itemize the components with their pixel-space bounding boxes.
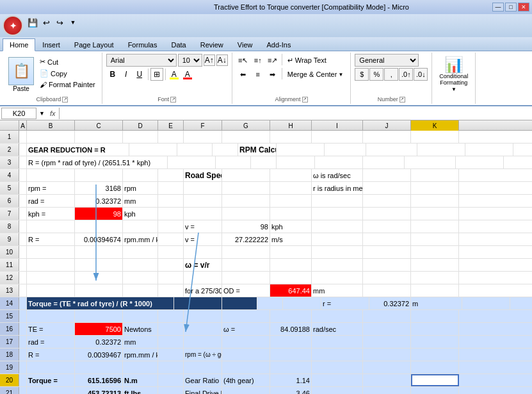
tab-insert[interactable]: Insert [35, 38, 67, 51]
cell-i8[interactable] [312, 220, 363, 233]
col-header-f[interactable]: F [184, 120, 222, 131]
cell-d16[interactable]: Newtons [123, 323, 158, 335]
cell-a7[interactable] [19, 208, 27, 220]
cell-a10[interactable] [19, 246, 27, 258]
cell-g10[interactable] [222, 246, 270, 258]
cell-d2[interactable] [177, 144, 213, 156]
cell-d20[interactable]: N.m [123, 374, 158, 386]
cell-i20[interactable] [312, 374, 363, 386]
tab-page-layout[interactable]: Page Layout [67, 38, 121, 51]
cell-b10[interactable] [27, 246, 75, 258]
cell-c10[interactable] [75, 246, 123, 258]
cell-h12[interactable] [270, 272, 312, 284]
paste-button[interactable]: 📋 Paste [6, 55, 36, 94]
cell-k4[interactable] [411, 169, 459, 181]
cell-k12[interactable] [411, 272, 459, 284]
cell-i18[interactable] [312, 349, 363, 361]
formula-expand-btn[interactable]: ▼ [38, 110, 46, 117]
cell-e9[interactable] [158, 233, 184, 245]
cell-e5[interactable] [158, 182, 184, 194]
cell-h20[interactable]: 1.14 [270, 374, 312, 386]
cell-h4[interactable] [270, 169, 312, 181]
merge-center-btn[interactable]: Merge & Center ▼ [284, 68, 347, 81]
cell-k15[interactable] [411, 310, 459, 322]
align-left-btn[interactable]: ⬅ [236, 68, 250, 81]
cell-h8[interactable]: kph [270, 220, 312, 233]
cell-j21[interactable] [363, 387, 411, 394]
cell-a6[interactable] [19, 195, 27, 207]
align-right-btn[interactable]: ➡ [266, 68, 280, 81]
tab-view[interactable]: View [230, 38, 260, 51]
cell-a21[interactable] [19, 387, 27, 394]
cell-d8[interactable] [123, 220, 158, 233]
save-qa-btn[interactable]: 💾 [27, 17, 38, 28]
cell-j2[interactable] [417, 144, 465, 156]
fill-color-btn[interactable]: A [168, 68, 181, 81]
font-size-select[interactable]: 10 [178, 54, 202, 67]
cell-b13[interactable] [27, 284, 75, 297]
cell-e16[interactable] [158, 323, 184, 335]
cell-j17[interactable] [363, 336, 411, 348]
cell-a11[interactable] [19, 259, 27, 271]
cell-f14[interactable] [283, 297, 321, 309]
cell-c11[interactable] [75, 259, 123, 271]
cell-e14[interactable] [257, 297, 283, 309]
cell-k8[interactable] [411, 220, 459, 233]
cell-e7[interactable] [158, 208, 184, 220]
cell-j1[interactable] [363, 131, 411, 143]
cell-e2[interactable] [213, 144, 238, 156]
cell-c6[interactable]: 0.32372 [75, 195, 123, 207]
cell-d7[interactable]: kph [123, 208, 158, 220]
col-header-j[interactable]: J [363, 120, 411, 131]
number-expander[interactable]: ↗ [399, 97, 405, 103]
cell-g5[interactable] [222, 182, 270, 194]
cell-a5[interactable] [19, 182, 27, 194]
cell-j3[interactable] [456, 156, 504, 168]
cell-a18[interactable] [19, 349, 27, 361]
cell-h19[interactable] [270, 361, 312, 373]
cell-a19[interactable] [19, 361, 27, 373]
cell-b15[interactable] [27, 310, 75, 322]
cell-i12[interactable] [312, 272, 363, 284]
cell-b12[interactable] [27, 272, 75, 284]
cell-b5[interactable]: rpm = [27, 182, 75, 194]
cell-h13[interactable]: 647.44 [270, 284, 312, 297]
cell-j8[interactable] [363, 220, 411, 233]
cell-h6[interactable] [270, 195, 312, 207]
cell-b3[interactable]: R = (rpm * rad of tyre) / (2651.51 * kph… [27, 156, 168, 168]
cell-g1[interactable] [222, 131, 270, 143]
cell-h18[interactable] [270, 349, 312, 361]
cell-d1[interactable] [123, 131, 158, 143]
font-color-btn[interactable]: A [181, 68, 194, 81]
cell-b20[interactable]: Torque = [27, 374, 75, 386]
close-btn[interactable]: ✕ [518, 3, 529, 12]
cell-c4[interactable] [75, 169, 123, 181]
cell-i11[interactable] [312, 259, 363, 271]
cell-i16[interactable]: rad/sec [312, 323, 363, 335]
cell-e8[interactable] [158, 220, 184, 233]
cell-h7[interactable] [270, 208, 312, 220]
cell-d21[interactable]: ft.lbs [123, 387, 158, 394]
cell-a2[interactable] [19, 144, 27, 156]
cell-g16[interactable]: ω = [222, 323, 270, 335]
clipboard-expander[interactable]: ↗ [62, 97, 68, 103]
cell-c7[interactable]: 98 [75, 208, 123, 220]
cell-j15[interactable] [363, 310, 411, 322]
cell-h9[interactable]: m/s [270, 233, 312, 245]
bold-btn[interactable]: B [106, 68, 119, 81]
cell-c5[interactable]: 3168 [75, 182, 123, 194]
alignment-expander[interactable]: ↗ [302, 97, 308, 103]
qa-more-btn[interactable]: ▼ [67, 17, 79, 28]
cell-j7[interactable] [363, 208, 411, 220]
cell-d18[interactable]: rpm.mm / kph [123, 349, 158, 361]
cell-i21[interactable] [312, 387, 363, 394]
cell-c1[interactable] [75, 131, 123, 143]
cell-j14[interactable] [462, 297, 510, 309]
cell-g18[interactable] [222, 349, 270, 361]
wrap-text-btn[interactable]: ↵ Wrap Text [284, 54, 330, 67]
cell-f18[interactable]: rpm = (ω ÷ gear ratio used on dyno ÷ fin… [184, 349, 222, 361]
cell-i9[interactable] [312, 233, 363, 245]
cell-c2[interactable] [129, 144, 177, 156]
percent-btn[interactable]: % [369, 68, 383, 81]
cell-k6[interactable] [411, 195, 459, 207]
